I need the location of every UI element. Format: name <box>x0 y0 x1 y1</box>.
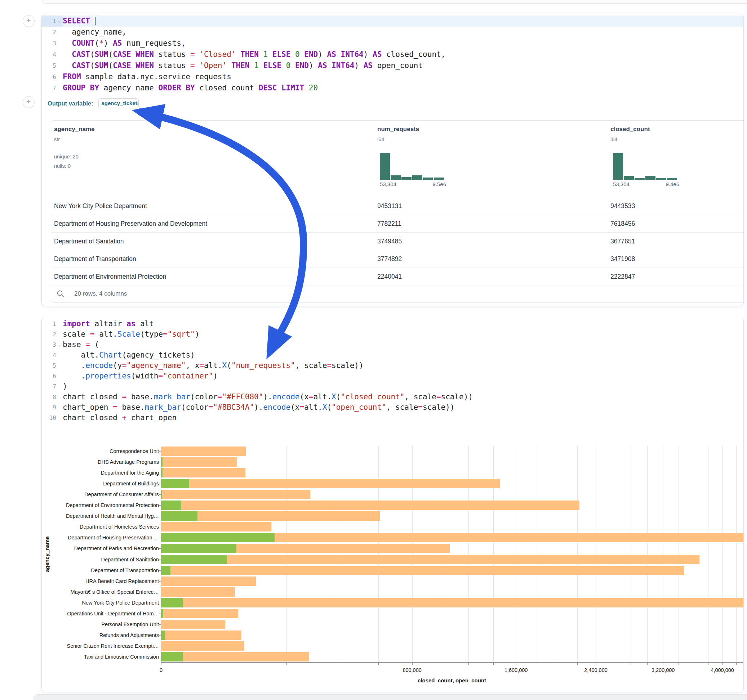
table-row[interactable]: Department of Sanitation37494853677651 <box>51 232 744 250</box>
column-histogram <box>380 148 446 180</box>
x-axis-tick <box>694 663 694 665</box>
x-axis-tick <box>614 663 614 665</box>
y-axis-label: Taxi and Limousine Commission <box>84 654 159 660</box>
gutter-spacer <box>56 392 63 402</box>
code-line[interactable]: 6 .properties(width="container") <box>42 371 743 381</box>
y-axis-label: Correspondence Unit <box>110 448 159 454</box>
histogram-bar <box>391 175 401 180</box>
grid-line <box>538 446 538 662</box>
grid-line <box>469 446 469 662</box>
code-text: CAST(SUM(CASE WHEN status = 'Closed' THE… <box>63 49 743 60</box>
y-axis-tick <box>159 625 161 625</box>
previous-cell-edge <box>42 0 747 4</box>
result-table: agency_namestrunique: 20nulls: 0num_requ… <box>51 120 744 303</box>
gutter-spacer <box>56 371 63 381</box>
histogram-bar <box>401 177 411 180</box>
bar-closed <box>161 652 309 661</box>
y-axis-label: Department of Transportation <box>91 567 159 573</box>
fold-chevron-icon[interactable]: ⌄ <box>56 15 63 27</box>
grid-line <box>442 446 442 662</box>
line-gutter: 4 <box>42 350 63 361</box>
grid-line <box>663 446 664 662</box>
grid-line <box>736 446 736 662</box>
line-gutter: 3⌄ <box>42 339 63 350</box>
line-number: 9 <box>42 402 56 413</box>
table-cell: Department of Environmental Protection <box>54 268 166 285</box>
code-line[interactable]: 5 .encode(y="agency_name", x=alt.X("num_… <box>42 361 743 371</box>
x-axis-tick <box>378 663 379 665</box>
table-row[interactable]: Department of Environmental Protection22… <box>51 267 744 286</box>
line-gutter: 8 <box>42 392 63 402</box>
bar-open <box>161 652 183 661</box>
code-line[interactable]: 4 CAST(SUM(CASE WHEN status = 'Closed' T… <box>42 49 743 60</box>
code-line[interactable]: 5 CAST(SUM(CASE WHEN status = 'Open' THE… <box>42 60 743 71</box>
line-gutter: 1⌄ <box>42 15 63 27</box>
line-number: 4 <box>42 49 56 60</box>
y-axis-tick <box>159 646 161 646</box>
line-number: 1 <box>42 319 56 329</box>
code-line[interactable]: 4 alt.Chart(agency_tickets) <box>42 350 743 361</box>
code-text: chart_open = base.mark_bar(color="#8BC34… <box>63 402 743 413</box>
code-text: chart_closed + chart_open <box>63 413 743 423</box>
code-line[interactable]: 10chart_closed + chart_open <box>42 413 743 423</box>
code-line[interactable]: 2 agency_name, <box>42 27 743 38</box>
line-gutter: 6 <box>42 371 63 381</box>
bar-open <box>161 501 181 510</box>
bar-open <box>161 631 165 640</box>
table-row[interactable]: New York City Police Department945313194… <box>51 197 744 215</box>
x-axis-tick <box>516 663 516 665</box>
sql-code-editor[interactable]: 1⌄SELECT 2 agency_name,3 COUNT(*) AS num… <box>42 14 743 95</box>
gutter-spacer <box>56 319 63 329</box>
x-axis-title: closed_count, open_count <box>272 677 632 683</box>
code-line[interactable]: 1⌄SELECT <box>42 15 743 27</box>
y-axis-tick <box>159 614 161 614</box>
y-axis-tick <box>159 560 161 560</box>
code-text: .properties(width="container") <box>63 371 743 381</box>
add-cell-button[interactable]: + <box>23 15 35 27</box>
code-line[interactable]: 7) <box>42 381 743 392</box>
fold-chevron-icon[interactable]: ⌄ <box>56 339 63 350</box>
histogram-max-label: 9.4e6 <box>665 181 679 187</box>
code-line[interactable]: 3 COUNT(*) AS num_requests, <box>42 38 743 49</box>
add-cell-button[interactable]: + <box>23 96 35 108</box>
code-line[interactable]: 3⌄base = ( <box>42 339 743 350</box>
output-variable-input[interactable]: agency_tickets <box>98 98 139 109</box>
y-axis-label: Department of Parks and Recreation <box>74 546 159 551</box>
text-caret <box>95 17 95 25</box>
table-cell: 3677651 <box>611 232 635 250</box>
table-cell: 2222847 <box>611 268 635 285</box>
gutter-spacer <box>56 83 63 94</box>
grid-line <box>679 446 679 662</box>
code-text: alt.Chart(agency_tickets) <box>63 350 743 361</box>
grid-line <box>412 446 413 662</box>
table-row[interactable]: Department of Housing Preservation and D… <box>51 214 744 232</box>
x-tick-label: 800,000 <box>402 667 421 673</box>
code-line[interactable]: 7GROUP BY agency_name ORDER BY closed_co… <box>42 83 743 94</box>
x-axis-tick <box>161 663 162 665</box>
histogram-range-labels: 53,3049.5e6 <box>380 181 446 187</box>
bar-closed <box>161 631 242 640</box>
code-line[interactable]: 1import altair as alt <box>42 319 743 329</box>
bar-open <box>161 457 163 467</box>
column-histogram <box>613 148 679 180</box>
search-icon[interactable] <box>56 290 65 298</box>
grid-line <box>286 446 287 662</box>
table-row[interactable]: Department of Transportation377489234719… <box>51 250 744 268</box>
x-axis-tick <box>736 663 736 665</box>
grid-line <box>493 446 494 662</box>
code-line[interactable]: 6FROM sample_data.nyc.service_requests <box>42 71 743 83</box>
grid-line <box>708 446 708 662</box>
gutter-spacer <box>56 49 63 60</box>
y-axis-tick <box>159 462 161 462</box>
python-code-editor[interactable]: 1import altair as alt2scale = alt.Scale(… <box>42 317 743 425</box>
code-text: base = ( <box>63 339 743 350</box>
histogram-bar <box>434 178 444 180</box>
code-line[interactable]: 8chart_closed = base.mark_bar(color="#FF… <box>42 392 743 402</box>
x-axis-line <box>161 662 743 663</box>
code-line[interactable]: 2scale = alt.Scale(type="sqrt") <box>42 329 743 339</box>
bar-open <box>161 468 163 477</box>
code-line[interactable]: 9chart_open = base.mark_bar(color="#8BC3… <box>42 402 743 413</box>
line-number: 2 <box>42 27 56 38</box>
grid-line <box>631 446 631 662</box>
table-cell: 7618456 <box>611 215 635 232</box>
